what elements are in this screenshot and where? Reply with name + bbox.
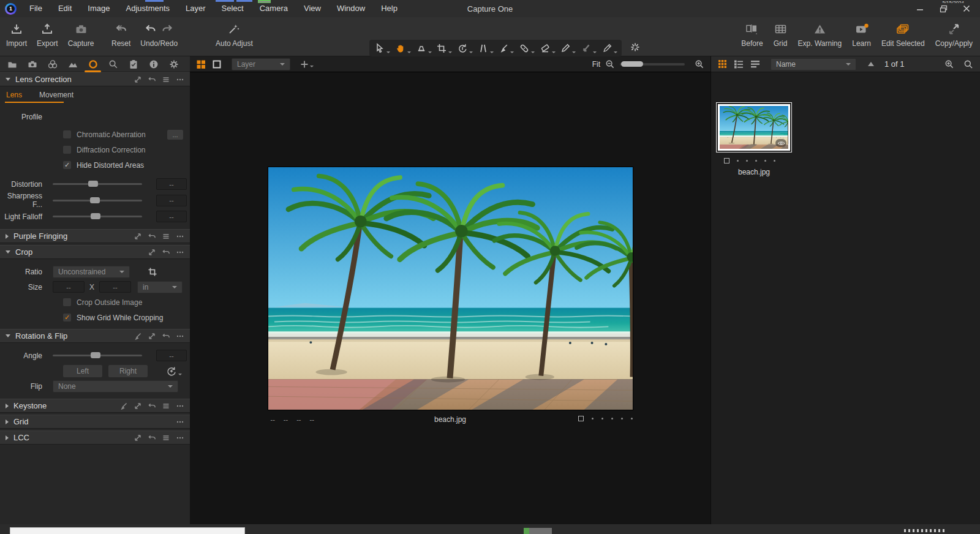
expand-panel-icon[interactable] (148, 248, 156, 257)
lens-profile-more-button[interactable]: ... (167, 130, 183, 140)
search-icon[interactable] (963, 59, 973, 69)
details-view-icon[interactable] (750, 59, 760, 69)
cursor-tool-straighten[interactable] (455, 41, 474, 56)
cursor-tool-arrow[interactable] (579, 41, 598, 56)
menu-view[interactable]: View (296, 0, 329, 17)
menu-select[interactable]: Select (214, 0, 252, 17)
exposure-warning-button[interactable]: Exp. Warning (798, 23, 842, 48)
tab-color[interactable] (43, 56, 62, 72)
copy-apply-button[interactable]: Copy/Apply (935, 23, 973, 48)
menu-layer[interactable]: Layer (178, 0, 214, 17)
cursor-tool-heal[interactable] (517, 41, 536, 56)
reset-panel-icon[interactable] (148, 75, 156, 84)
zoom-fit-label[interactable]: Fit (592, 60, 600, 69)
reset-panel-icon[interactable] (148, 232, 156, 241)
learn-button[interactable]: Learn (852, 23, 871, 48)
hide-distorted-areas-checkbox[interactable]: ✓ (63, 161, 71, 169)
more-options-icon[interactable] (176, 434, 184, 442)
multi-view-icon[interactable] (196, 59, 206, 69)
cursor-tool-keystone[interactable] (476, 41, 495, 56)
tab-lens[interactable] (83, 56, 102, 72)
sort-direction-icon[interactable] (868, 62, 874, 66)
menu-help[interactable]: Help (373, 0, 405, 17)
single-view-icon[interactable] (212, 59, 222, 69)
cursor-tool-crop[interactable] (434, 41, 453, 56)
crop-tool-icon[interactable] (147, 266, 158, 277)
rating-dot[interactable] (737, 160, 739, 162)
section-header-crop[interactable]: Crop (0, 245, 190, 259)
presets-menu-icon[interactable] (162, 402, 170, 410)
tab-capture[interactable] (23, 56, 42, 72)
crop-unit-select[interactable]: in (137, 281, 183, 293)
rating-dot[interactable] (631, 418, 633, 419)
reset-panel-icon[interactable] (162, 248, 170, 257)
menu-edit[interactable]: Edit (50, 0, 80, 17)
tab-metadata[interactable] (124, 56, 143, 72)
color-tag-checkbox[interactable] (724, 158, 729, 164)
sort-by-select[interactable]: Name (771, 58, 856, 70)
reset-panel-icon[interactable] (148, 434, 156, 442)
show-grid-checkbox[interactable]: ✓ (63, 314, 71, 322)
reset-panel-icon[interactable] (148, 402, 156, 410)
tab-info[interactable] (144, 56, 163, 72)
crop-outside-checkbox[interactable] (63, 298, 71, 306)
pick-tool-icon[interactable] (134, 332, 142, 340)
expand-panel-icon[interactable] (134, 434, 142, 442)
rating-dot[interactable] (611, 418, 613, 419)
cursor-tool-loupe[interactable] (414, 41, 433, 56)
capture-button[interactable]: Capture (68, 23, 94, 48)
minimize-button[interactable] (911, 0, 929, 17)
zoom-out-icon[interactable] (605, 59, 615, 69)
menu-image[interactable]: Image (80, 0, 118, 17)
section-header-rotation-flip[interactable]: Rotation & Flip (0, 329, 190, 343)
crop-width-input[interactable]: -- (53, 281, 85, 293)
rating-dot[interactable] (601, 418, 603, 419)
presets-menu-icon[interactable] (162, 434, 170, 442)
expand-panel-icon[interactable] (134, 232, 142, 241)
add-layer-button[interactable] (300, 60, 314, 69)
light-falloff-value[interactable]: -- (156, 211, 187, 222)
import-button[interactable]: Import (6, 23, 27, 48)
section-header-lcc[interactable]: LCC (0, 431, 190, 445)
zoom-slider[interactable] (620, 63, 685, 66)
more-options-icon[interactable] (176, 248, 184, 257)
tab-focus[interactable] (104, 56, 123, 72)
cursor-tool-pan[interactable] (393, 41, 412, 56)
reset-panel-icon[interactable] (162, 332, 170, 340)
sharpness-falloff-value[interactable]: -- (156, 195, 187, 206)
slider-handle[interactable] (91, 213, 100, 219)
edit-selected-button[interactable]: Edit Selected (881, 23, 925, 48)
angle-slider[interactable] (53, 355, 142, 356)
light-falloff-slider[interactable] (53, 216, 142, 217)
preview-eye-icon[interactable] (775, 139, 786, 147)
cursor-tool-annotate[interactable] (600, 41, 619, 56)
selected-thumbnail[interactable] (716, 102, 792, 152)
slider-handle[interactable] (91, 352, 100, 358)
distortion-value[interactable]: -- (156, 178, 187, 190)
crop-height-input[interactable]: -- (99, 281, 131, 293)
zoom-slider-handle[interactable] (621, 61, 643, 67)
rating-dot[interactable] (746, 160, 748, 162)
presets-menu-icon[interactable] (162, 75, 170, 84)
auto-adjust-button[interactable]: Auto Adjust (216, 23, 253, 48)
cursor-tool-select[interactable] (372, 41, 391, 56)
pick-tool-icon[interactable] (119, 402, 128, 410)
rotate-right-button[interactable]: Right (108, 365, 148, 377)
list-view-icon[interactable] (734, 59, 744, 69)
before-button[interactable]: Before (741, 23, 763, 48)
rating-dot[interactable] (755, 160, 757, 162)
reset-button[interactable]: Reset (111, 23, 130, 48)
rating-dot[interactable] (621, 418, 623, 419)
section-header-purple-fringing[interactable]: Purple Fringing (0, 229, 190, 243)
subtab-lens[interactable]: Lens (6, 91, 22, 99)
more-options-icon[interactable] (176, 75, 184, 84)
presets-menu-icon[interactable] (162, 232, 170, 241)
more-options-icon[interactable] (176, 232, 184, 241)
more-options-icon[interactable] (176, 402, 184, 410)
slider-handle[interactable] (90, 197, 100, 203)
angle-value[interactable]: -- (156, 350, 187, 361)
rating-dot[interactable] (774, 160, 775, 162)
cursor-tool-eraser[interactable] (538, 41, 557, 56)
section-header-grid[interactable]: Grid (0, 415, 190, 429)
tab-exposure[interactable] (63, 56, 82, 72)
